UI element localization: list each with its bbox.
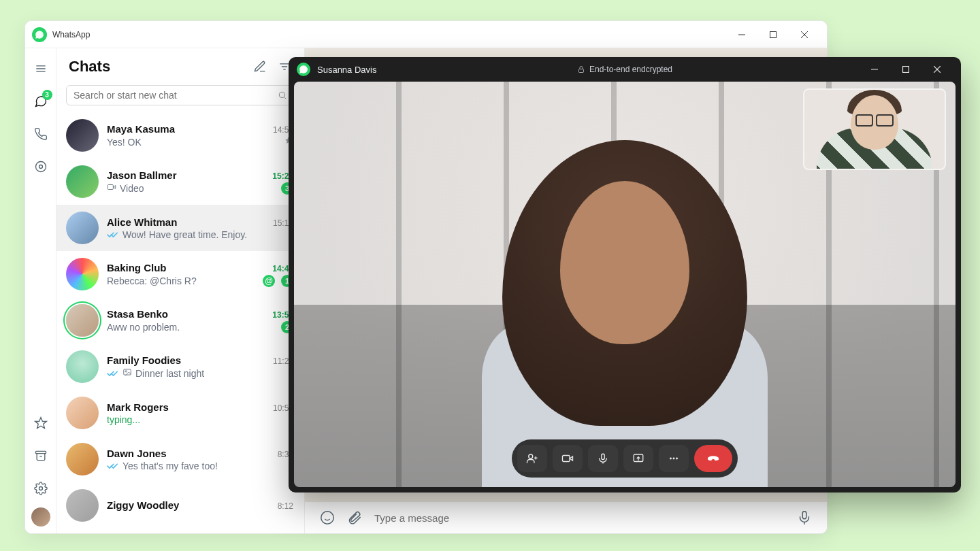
chat-item[interactable]: Family Foodies11:25Dinner last night xyxy=(56,344,304,390)
svg-rect-37 xyxy=(602,454,605,459)
remote-video xyxy=(294,82,956,487)
toggle-mic-button[interactable] xyxy=(588,445,618,472)
chat-preview: Yes that's my fave too! xyxy=(122,461,218,471)
svg-point-41 xyxy=(670,458,672,459)
chat-list: Maya Kasuma14:55Yes! OKJason Ballmer15:2… xyxy=(56,112,304,533)
chat-name: Maya Kasuma xyxy=(107,123,175,135)
titlebar-left: WhatsApp xyxy=(32,27,90,42)
chat-item[interactable]: Maya Kasuma14:55Yes! OK xyxy=(56,112,304,158)
typing-indicator: typing... xyxy=(107,414,140,425)
chat-name: Baking Club xyxy=(107,262,167,273)
avatar xyxy=(66,304,99,337)
avatar xyxy=(66,350,99,383)
remote-person-illustration xyxy=(448,99,802,453)
svg-point-16 xyxy=(279,92,284,97)
chat-preview: Aww no problem. xyxy=(107,322,180,333)
titlebar: WhatsApp xyxy=(25,21,827,48)
svg-marker-9 xyxy=(35,418,46,429)
chat-name: Alice Whitman xyxy=(107,216,177,228)
window-maximize-button[interactable] xyxy=(757,21,789,48)
call-maximize-button[interactable] xyxy=(890,57,921,82)
nav-menu-button[interactable] xyxy=(27,55,54,82)
svg-rect-29 xyxy=(903,67,909,73)
chat-preview: Wow! Have great time. Enjoy. xyxy=(122,229,247,240)
chat-name: Jason Ballmer xyxy=(107,169,177,181)
search-input[interactable] xyxy=(74,90,272,101)
lock-icon xyxy=(577,65,585,73)
chat-preview: Rebecca: @Chris R? xyxy=(107,276,197,286)
svg-point-21 xyxy=(125,371,127,372)
message-input[interactable] xyxy=(374,512,785,524)
chat-name: Ziggy Woodley xyxy=(107,499,179,511)
nav-archive-button[interactable] xyxy=(27,442,54,469)
svg-point-42 xyxy=(673,458,674,459)
svg-rect-35 xyxy=(563,456,570,462)
chat-preview: Yes! OK xyxy=(107,137,142,148)
svg-point-22 xyxy=(321,512,333,524)
svg-rect-25 xyxy=(802,512,806,519)
more-options-button[interactable] xyxy=(659,445,689,472)
composer xyxy=(305,502,827,533)
end-call-button[interactable] xyxy=(694,445,732,472)
avatar xyxy=(66,258,99,290)
self-video-pip[interactable] xyxy=(803,88,946,170)
photo-icon xyxy=(122,367,132,379)
chat-list-title: Chats xyxy=(69,58,110,76)
search-icon xyxy=(278,90,287,100)
nav-calls-button[interactable] xyxy=(27,120,54,148)
chat-item[interactable]: Dawn Jones8:37Yes that's my fave too! xyxy=(56,436,304,482)
call-close-button[interactable] xyxy=(921,57,953,82)
chat-list-header: Chats xyxy=(56,48,304,80)
chat-item[interactable]: Mark Rogers10:55typing... xyxy=(56,390,304,436)
mic-button[interactable] xyxy=(797,510,812,525)
svg-point-43 xyxy=(676,458,678,459)
nav-chats-button[interactable]: 3 xyxy=(27,88,54,115)
svg-rect-18 xyxy=(108,185,113,190)
avatar xyxy=(66,489,99,522)
add-participant-button[interactable] xyxy=(517,445,547,472)
whatsapp-logo-icon xyxy=(297,63,310,76)
chat-name: Family Foodies xyxy=(107,354,181,366)
avatar xyxy=(66,165,99,198)
call-controls xyxy=(512,439,738,478)
chat-item[interactable]: Stasa Benko13:57Aww no problem.2 xyxy=(56,297,304,344)
mention-badge: @ xyxy=(263,275,275,287)
emoji-button[interactable] xyxy=(320,510,335,525)
call-peer-name: Susanna Davis xyxy=(317,65,376,75)
nav-settings-button[interactable] xyxy=(27,475,54,502)
search-field[interactable] xyxy=(66,85,295,105)
chat-item[interactable]: Jason Ballmer15:22Video3 xyxy=(56,158,304,205)
nav-rail: 3 xyxy=(25,48,56,533)
read-ticks-icon xyxy=(107,461,119,471)
chat-item[interactable]: Alice Whitman15:15Wow! Have great time. … xyxy=(56,205,304,251)
svg-rect-1 xyxy=(770,31,777,37)
chat-preview: Dinner last night xyxy=(135,368,204,379)
attach-button[interactable] xyxy=(347,510,362,525)
chat-name: Dawn Jones xyxy=(107,448,167,459)
read-ticks-icon xyxy=(107,230,119,239)
nav-profile-avatar[interactable] xyxy=(31,507,50,527)
svg-point-7 xyxy=(39,165,42,169)
new-chat-button[interactable] xyxy=(252,59,267,74)
call-window: Susanna Davis End-to-end endcrypted xyxy=(289,57,961,492)
chat-list-panel: Chats Maya Kasuma14:55Yes! OKJason Ballm… xyxy=(56,48,305,533)
svg-line-17 xyxy=(284,97,287,99)
chat-name: Stasa Benko xyxy=(107,308,168,320)
share-screen-button[interactable] xyxy=(623,445,653,472)
chat-item[interactable]: Baking Club14:45Rebecca: @Chris R?@1 xyxy=(56,251,304,297)
window-minimize-button[interactable] xyxy=(726,21,757,48)
window-controls xyxy=(726,21,820,48)
svg-point-8 xyxy=(35,162,46,172)
call-minimize-button[interactable] xyxy=(859,57,890,82)
window-close-button[interactable] xyxy=(789,21,820,48)
toggle-camera-button[interactable] xyxy=(553,445,583,472)
chat-preview: Video xyxy=(120,183,144,194)
nav-status-button[interactable] xyxy=(27,153,54,180)
nav-chats-badge: 3 xyxy=(42,90,52,100)
app-title: WhatsApp xyxy=(52,30,90,39)
chat-time: 8:12 xyxy=(278,501,293,511)
avatar xyxy=(66,212,99,244)
svg-point-12 xyxy=(39,487,42,490)
nav-starred-button[interactable] xyxy=(27,410,54,437)
chat-item[interactable]: Ziggy Woodley8:12 xyxy=(56,482,304,529)
